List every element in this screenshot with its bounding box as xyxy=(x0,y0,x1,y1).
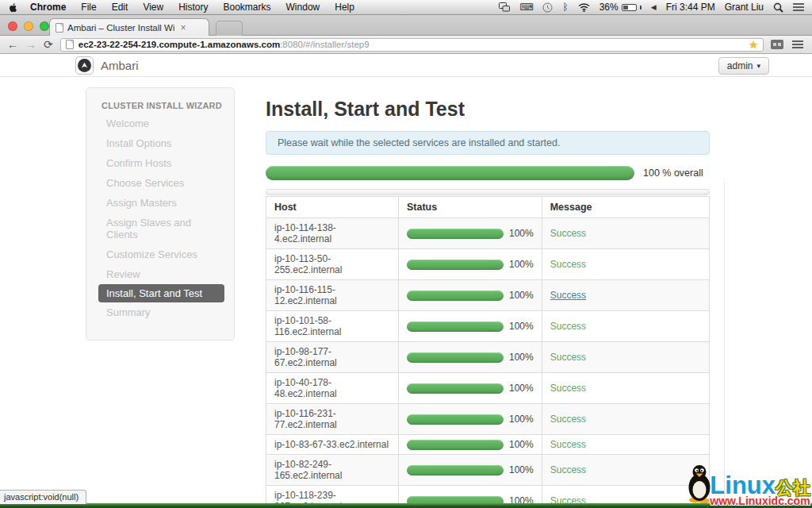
host-progress-pct: 100% xyxy=(509,290,534,301)
browser-tab[interactable]: Ambari – Cluster Install Wi × xyxy=(49,18,209,36)
success-link[interactable]: Success xyxy=(550,383,586,394)
success-link[interactable]: Success xyxy=(550,321,586,332)
chrome-menu-icon[interactable] xyxy=(791,39,805,50)
linuxidc-watermark: Linux 公社 www.Linuxidc.com xyxy=(684,464,810,506)
host-cell: ip-10-116-115-12.ec2.internal xyxy=(266,280,399,311)
success-link[interactable]: Success xyxy=(550,228,586,239)
spotlight-search-icon[interactable] xyxy=(773,2,783,13)
step-review[interactable]: Review xyxy=(86,264,234,284)
step-confirm-hosts[interactable]: Confirm Hosts xyxy=(86,153,234,173)
column-status: Status xyxy=(399,197,542,218)
host-progress-pct: 100% xyxy=(509,321,534,332)
host-progress-pct: 100% xyxy=(509,383,534,394)
time-machine-icon[interactable] xyxy=(542,2,553,13)
step-assign-slaves-and-clients[interactable]: Assign Slaves and Clients xyxy=(86,213,234,244)
back-button[interactable]: ← xyxy=(7,39,18,50)
menu-edit[interactable]: Edit xyxy=(112,2,128,13)
host-progress-bar xyxy=(407,229,504,239)
keyboard-icon[interactable]: ⌨ xyxy=(519,2,533,13)
wizard-sidebar: CLUSTER INSTALL WIZARD Welcome Install O… xyxy=(86,87,235,341)
host-progress-bar xyxy=(407,260,504,270)
menu-window[interactable]: Window xyxy=(286,2,320,13)
horizontal-scrollbar[interactable] xyxy=(266,189,710,195)
tab-close-icon[interactable]: × xyxy=(180,22,186,33)
ambari-logo[interactable] xyxy=(75,56,94,75)
admin-label: admin xyxy=(727,60,753,71)
host-progress-pct: 100% xyxy=(509,439,534,450)
menubar-clock[interactable]: Fri 3:44 PM xyxy=(666,2,715,13)
forward-button[interactable]: → xyxy=(25,39,36,50)
step-customize-services[interactable]: Customize Services xyxy=(86,244,234,264)
success-link[interactable]: Success xyxy=(550,439,586,450)
address-bar[interactable]: ec2-23-22-254-219.compute-1.amazonaws.co… xyxy=(60,38,764,52)
step-install-options[interactable]: Install Options xyxy=(86,133,234,153)
host-progress-bar xyxy=(407,414,504,425)
browser-tab-strip: Ambari – Cluster Install Wi × xyxy=(0,15,812,36)
host-progress-pct: 100% xyxy=(509,414,534,425)
table-row: ip-10-83-67-33.ec2.internal 100% Success xyxy=(266,435,710,455)
menu-file[interactable]: File xyxy=(81,2,96,13)
bookmark-star-icon[interactable]: ★ xyxy=(749,39,758,51)
host-cell: ip-10-40-178-48.ec2.internal xyxy=(266,373,399,404)
host-progress-pct: 100% xyxy=(509,259,534,270)
watermark-url: www.Linuxidc.com xyxy=(710,495,810,506)
success-link[interactable]: Success xyxy=(550,414,586,425)
menu-chrome[interactable]: Chrome xyxy=(30,2,66,13)
host-progress-pct: 100% xyxy=(509,228,534,239)
menu-help[interactable]: Help xyxy=(335,2,354,13)
table-row: ip-10-116-115-12.ec2.internal 100% Succe… xyxy=(266,280,710,311)
host-cell: ip-10-83-67-33.ec2.internal xyxy=(266,435,399,455)
mac-menubar: Chrome File Edit View History Bookmarks … xyxy=(0,0,812,15)
page-content: CLUSTER INSTALL WIZARD Welcome Install O… xyxy=(0,77,812,508)
display-mirroring-icon[interactable] xyxy=(499,2,510,12)
host-progress-bar xyxy=(407,383,504,394)
host-progress-bar xyxy=(407,321,504,332)
success-link[interactable]: Success xyxy=(550,464,586,475)
table-row: ip-10-40-178-48.ec2.internal 100% Succes… xyxy=(266,373,710,404)
url-host: ec2-23-22-254-219.compute-1.amazonaws.co… xyxy=(79,40,280,49)
reload-button[interactable]: ⟳ xyxy=(44,39,53,50)
battery-percentage: 36% xyxy=(599,2,619,13)
menu-history[interactable]: History xyxy=(178,2,208,13)
table-row: ip-10-113-50-255.ec2.internal 100% Succe… xyxy=(266,249,710,280)
admin-dropdown-button[interactable]: admin ▾ xyxy=(718,57,769,75)
brand-name: Ambari xyxy=(101,59,139,72)
table-row: ip-10-98-177-67.ec2.internal 100% Succes… xyxy=(266,342,710,373)
browser-toolbar: ← → ⟳ ec2-23-22-254-219.compute-1.amazon… xyxy=(0,36,812,54)
column-message: Message xyxy=(542,197,709,218)
bluetooth-icon[interactable]: ᛒ xyxy=(562,2,568,13)
step-welcome[interactable]: Welcome xyxy=(86,114,234,133)
extension-icon[interactable] xyxy=(771,40,783,49)
step-choose-services[interactable]: Choose Services xyxy=(86,173,234,193)
step-assign-masters[interactable]: Assign Masters xyxy=(86,193,234,213)
volume-icon[interactable]: ◀ xyxy=(651,3,657,11)
watermark-brand: Linux xyxy=(710,475,776,497)
step-install-start-and-test[interactable]: Install, Start and Test xyxy=(98,284,224,302)
wifi-icon[interactable] xyxy=(578,3,590,12)
battery-icon xyxy=(622,4,637,11)
caret-down-icon: ▾ xyxy=(756,62,760,70)
menubar-user[interactable]: Grant Liu xyxy=(725,2,764,13)
host-progress-bar xyxy=(407,465,504,475)
host-cell: ip-10-113-50-255.ec2.internal xyxy=(266,249,399,280)
apple-menu-icon[interactable] xyxy=(8,2,19,13)
overall-progress-bar xyxy=(266,166,634,180)
new-tab-button[interactable] xyxy=(216,21,243,36)
host-cell: ip-10-116-231-77.ec2.internal xyxy=(266,404,399,435)
success-link-hovered[interactable]: Success xyxy=(550,290,586,301)
window-close-button[interactable] xyxy=(8,21,17,31)
success-link[interactable]: Success xyxy=(550,259,586,270)
app-header: Ambari admin ▾ xyxy=(0,54,812,77)
menu-view[interactable]: View xyxy=(143,2,163,13)
step-summary[interactable]: Summary xyxy=(86,302,234,322)
battery-indicator[interactable]: 36% xyxy=(599,2,642,13)
success-link[interactable]: Success xyxy=(550,352,586,363)
menu-bookmarks[interactable]: Bookmarks xyxy=(224,2,271,13)
host-cell: ip-10-82-249-165.ec2.internal xyxy=(266,455,399,486)
window-zoom-button[interactable] xyxy=(40,21,49,31)
window-minimize-button[interactable] xyxy=(24,21,33,31)
tab-favicon xyxy=(56,23,63,33)
notification-center-icon[interactable] xyxy=(793,3,804,11)
table-row: ip-10-116-231-77.ec2.internal 100% Succe… xyxy=(266,404,710,435)
info-alert: Please wait while the selected services … xyxy=(266,131,710,155)
